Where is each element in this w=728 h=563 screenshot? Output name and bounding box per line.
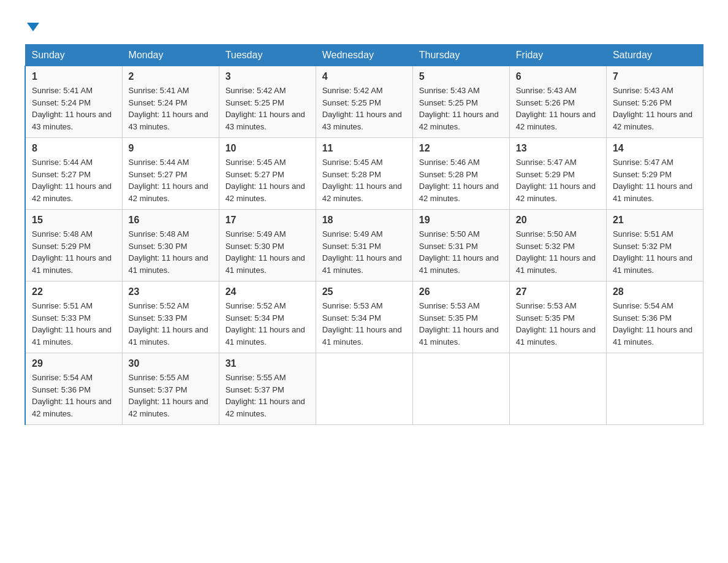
calendar-header-thursday: Thursday — [412, 45, 509, 66]
calendar-day-cell: 2Sunrise: 5:41 AMSunset: 5:24 PMDaylight… — [122, 66, 219, 138]
day-number: 7 — [613, 71, 697, 82]
calendar-day-cell: 9Sunrise: 5:44 AMSunset: 5:27 PMDaylight… — [122, 138, 219, 210]
logo-triangle-icon — [27, 23, 39, 31]
calendar-day-cell: 4Sunrise: 5:42 AMSunset: 5:25 PMDaylight… — [316, 66, 412, 138]
day-info: Sunrise: 5:51 AMSunset: 5:32 PMDaylight:… — [613, 228, 697, 276]
day-number: 10 — [226, 143, 309, 154]
day-number: 15 — [32, 215, 116, 226]
calendar-day-cell: 31Sunrise: 5:55 AMSunset: 5:37 PMDayligh… — [219, 353, 316, 425]
day-number: 4 — [322, 71, 406, 82]
day-number: 19 — [419, 215, 503, 226]
day-info: Sunrise: 5:49 AMSunset: 5:31 PMDaylight:… — [322, 228, 406, 276]
day-info: Sunrise: 5:51 AMSunset: 5:33 PMDaylight:… — [32, 300, 116, 348]
day-info: Sunrise: 5:53 AMSunset: 5:35 PMDaylight:… — [516, 300, 600, 348]
calendar-day-cell: 10Sunrise: 5:45 AMSunset: 5:27 PMDayligh… — [219, 138, 316, 210]
day-info: Sunrise: 5:49 AMSunset: 5:30 PMDaylight:… — [226, 228, 309, 276]
logo-line1 — [25, 18, 39, 34]
calendar-day-cell: 20Sunrise: 5:50 AMSunset: 5:32 PMDayligh… — [509, 210, 606, 282]
calendar-day-cell: 5Sunrise: 5:43 AMSunset: 5:25 PMDaylight… — [412, 66, 509, 138]
empty-cell — [316, 353, 412, 425]
day-info: Sunrise: 5:44 AMSunset: 5:27 PMDaylight:… — [129, 156, 213, 204]
day-info: Sunrise: 5:55 AMSunset: 5:37 PMDaylight:… — [129, 372, 213, 419]
calendar-header-sunday: Sunday — [25, 45, 122, 66]
calendar-header-friday: Friday — [509, 45, 606, 66]
day-number: 17 — [226, 215, 309, 226]
calendar-week-row: 22Sunrise: 5:51 AMSunset: 5:33 PMDayligh… — [25, 282, 703, 353]
calendar-week-row: 1Sunrise: 5:41 AMSunset: 5:24 PMDaylight… — [25, 66, 703, 138]
calendar-day-cell: 6Sunrise: 5:43 AMSunset: 5:26 PMDaylight… — [509, 66, 606, 138]
day-info: Sunrise: 5:47 AMSunset: 5:29 PMDaylight:… — [613, 156, 697, 204]
day-number: 26 — [419, 286, 503, 297]
day-info: Sunrise: 5:43 AMSunset: 5:25 PMDaylight:… — [419, 85, 503, 132]
day-number: 29 — [32, 358, 116, 369]
calendar-day-cell: 24Sunrise: 5:52 AMSunset: 5:34 PMDayligh… — [219, 282, 316, 353]
day-number: 22 — [32, 286, 116, 297]
calendar-day-cell: 28Sunrise: 5:54 AMSunset: 5:36 PMDayligh… — [606, 282, 703, 353]
day-number: 31 — [226, 358, 309, 369]
day-info: Sunrise: 5:43 AMSunset: 5:26 PMDaylight:… — [613, 85, 697, 132]
day-number: 16 — [129, 215, 213, 226]
empty-cell — [509, 353, 606, 425]
calendar-week-row: 29Sunrise: 5:54 AMSunset: 5:36 PMDayligh… — [25, 353, 703, 425]
calendar-day-cell: 13Sunrise: 5:47 AMSunset: 5:29 PMDayligh… — [509, 138, 606, 210]
day-number: 11 — [322, 143, 406, 154]
day-number: 21 — [613, 215, 697, 226]
day-info: Sunrise: 5:50 AMSunset: 5:32 PMDaylight:… — [516, 228, 600, 276]
header — [25, 18, 703, 34]
calendar-day-cell: 1Sunrise: 5:41 AMSunset: 5:24 PMDaylight… — [25, 66, 122, 138]
calendar-day-cell: 8Sunrise: 5:44 AMSunset: 5:27 PMDaylight… — [25, 138, 122, 210]
day-number: 2 — [129, 71, 213, 82]
calendar-day-cell: 3Sunrise: 5:42 AMSunset: 5:25 PMDaylight… — [219, 66, 316, 138]
calendar-week-row: 8Sunrise: 5:44 AMSunset: 5:27 PMDaylight… — [25, 138, 703, 210]
calendar-day-cell: 12Sunrise: 5:46 AMSunset: 5:28 PMDayligh… — [412, 138, 509, 210]
day-info: Sunrise: 5:52 AMSunset: 5:34 PMDaylight:… — [226, 300, 309, 348]
day-info: Sunrise: 5:41 AMSunset: 5:24 PMDaylight:… — [32, 85, 116, 132]
calendar-day-cell: 7Sunrise: 5:43 AMSunset: 5:26 PMDaylight… — [606, 66, 703, 138]
calendar-day-cell: 30Sunrise: 5:55 AMSunset: 5:37 PMDayligh… — [122, 353, 219, 425]
day-number: 6 — [516, 71, 600, 82]
day-number: 23 — [129, 286, 213, 297]
calendar-header-monday: Monday — [122, 45, 219, 66]
day-number: 18 — [322, 215, 406, 226]
calendar-header-row: SundayMondayTuesdayWednesdayThursdayFrid… — [25, 45, 703, 66]
day-info: Sunrise: 5:42 AMSunset: 5:25 PMDaylight:… — [226, 85, 309, 132]
day-info: Sunrise: 5:48 AMSunset: 5:30 PMDaylight:… — [129, 228, 213, 276]
day-info: Sunrise: 5:50 AMSunset: 5:31 PMDaylight:… — [419, 228, 503, 276]
day-number: 28 — [613, 286, 697, 297]
calendar-header-saturday: Saturday — [606, 45, 703, 66]
calendar-day-cell: 17Sunrise: 5:49 AMSunset: 5:30 PMDayligh… — [219, 210, 316, 282]
calendar-day-cell: 26Sunrise: 5:53 AMSunset: 5:35 PMDayligh… — [412, 282, 509, 353]
day-number: 24 — [226, 286, 309, 297]
day-number: 5 — [419, 71, 503, 82]
day-number: 8 — [32, 143, 116, 154]
calendar-week-row: 15Sunrise: 5:48 AMSunset: 5:29 PMDayligh… — [25, 210, 703, 282]
day-number: 30 — [129, 358, 213, 369]
day-info: Sunrise: 5:52 AMSunset: 5:33 PMDaylight:… — [129, 300, 213, 348]
logo — [25, 18, 39, 34]
calendar-table: SundayMondayTuesdayWednesdayThursdayFrid… — [25, 44, 703, 425]
calendar-day-cell: 15Sunrise: 5:48 AMSunset: 5:29 PMDayligh… — [25, 210, 122, 282]
day-number: 1 — [32, 71, 116, 82]
calendar-day-cell: 21Sunrise: 5:51 AMSunset: 5:32 PMDayligh… — [606, 210, 703, 282]
calendar-day-cell: 11Sunrise: 5:45 AMSunset: 5:28 PMDayligh… — [316, 138, 412, 210]
day-info: Sunrise: 5:41 AMSunset: 5:24 PMDaylight:… — [129, 85, 213, 132]
day-info: Sunrise: 5:44 AMSunset: 5:27 PMDaylight:… — [32, 156, 116, 204]
calendar-day-cell: 25Sunrise: 5:53 AMSunset: 5:34 PMDayligh… — [316, 282, 412, 353]
day-info: Sunrise: 5:54 AMSunset: 5:36 PMDaylight:… — [613, 300, 697, 348]
day-info: Sunrise: 5:53 AMSunset: 5:35 PMDaylight:… — [419, 300, 503, 348]
day-number: 27 — [516, 286, 600, 297]
calendar-header-tuesday: Tuesday — [219, 45, 316, 66]
calendar-day-cell: 23Sunrise: 5:52 AMSunset: 5:33 PMDayligh… — [122, 282, 219, 353]
day-info: Sunrise: 5:46 AMSunset: 5:28 PMDaylight:… — [419, 156, 503, 204]
day-info: Sunrise: 5:53 AMSunset: 5:34 PMDaylight:… — [322, 300, 406, 348]
empty-cell — [412, 353, 509, 425]
day-number: 25 — [322, 286, 406, 297]
day-info: Sunrise: 5:48 AMSunset: 5:29 PMDaylight:… — [32, 228, 116, 276]
empty-cell — [606, 353, 703, 425]
calendar-day-cell: 27Sunrise: 5:53 AMSunset: 5:35 PMDayligh… — [509, 282, 606, 353]
calendar-header-wednesday: Wednesday — [316, 45, 412, 66]
day-number: 9 — [129, 143, 213, 154]
day-info: Sunrise: 5:45 AMSunset: 5:27 PMDaylight:… — [226, 156, 309, 204]
calendar-day-cell: 29Sunrise: 5:54 AMSunset: 5:36 PMDayligh… — [25, 353, 122, 425]
day-info: Sunrise: 5:54 AMSunset: 5:36 PMDaylight:… — [32, 372, 116, 419]
